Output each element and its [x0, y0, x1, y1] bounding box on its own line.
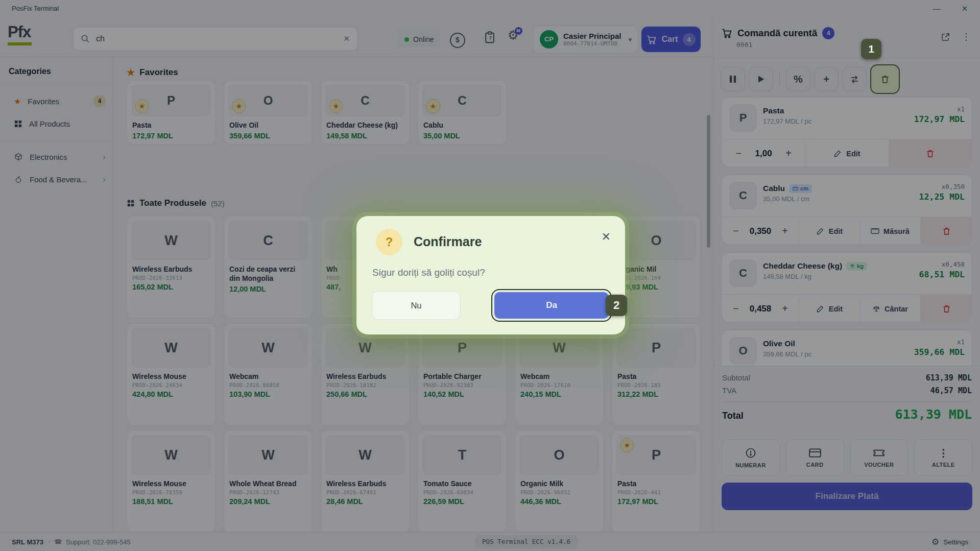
- close-icon[interactable]: ✕: [602, 230, 611, 244]
- dialog-message: Sigur doriți să goliți coșul?: [372, 267, 485, 278]
- pos-terminal-app: PosFix Terminal — ✕ Pfx ✕ Online $ ⚙: [0, 0, 980, 551]
- question-icon: ?: [376, 229, 402, 255]
- annotation-step-2: 2: [606, 295, 627, 316]
- annotation-step-1: 1: [861, 39, 881, 59]
- cancel-button[interactable]: Nu: [372, 291, 461, 320]
- confirm-button[interactable]: Da: [494, 292, 609, 319]
- confirmation-dialog: ? Confirmare ✕ Sigur doriți să goliți co…: [356, 216, 625, 334]
- dialog-title: Confirmare: [414, 234, 482, 249]
- confirm-button-highlight: Da: [491, 289, 612, 322]
